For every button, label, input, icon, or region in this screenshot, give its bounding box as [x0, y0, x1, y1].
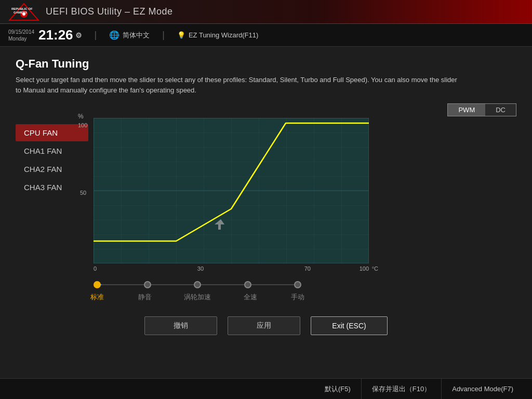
label-turbo: 涡轮加速	[179, 292, 216, 302]
pwm-dc-toggle: PWM DC	[447, 103, 516, 116]
language-selector[interactable]: 🌐 简体中文	[109, 30, 150, 40]
save-exit-button[interactable]: 保存并退出（F10）	[361, 379, 441, 399]
action-buttons: 撤销 应用 Exit (ESC)	[16, 316, 516, 335]
fan-list: CPU FAN CHA1 FAN CHA2 FAN CHA3 FAN	[16, 124, 88, 272]
exit-button[interactable]: Exit (ESC)	[311, 316, 387, 335]
main-content: Q-Fan Tuning Select your target fan and …	[0, 47, 532, 378]
fan-item-cpu[interactable]: CPU FAN	[16, 124, 88, 141]
header-title: UEFI BIOS Utility – EZ Mode	[46, 6, 173, 17]
slider-dot-manual[interactable]	[294, 281, 301, 288]
svg-text:REPUBLIC OF: REPUBLIC OF	[11, 7, 33, 10]
x-axis: 0 30 70 100 °C	[94, 265, 369, 272]
dc-button[interactable]: DC	[485, 104, 516, 116]
x-0-label: 0	[94, 265, 97, 272]
svg-text:GAMERS: GAMERS	[14, 11, 27, 14]
wizard-icon: 💡	[177, 31, 185, 39]
default-button[interactable]: 默认(F5)	[314, 379, 361, 399]
fan-item-cha2[interactable]: CHA2 FAN	[16, 161, 88, 178]
profile-slider-section: 标准 静音 涡轮加速 全速 手动	[16, 281, 516, 302]
date-display: 09/15/2014 Monday	[8, 29, 34, 42]
y-100-label: 100	[78, 122, 87, 128]
y-50-label: 50	[80, 190, 86, 196]
section-description: Select your target fan and then move the…	[16, 75, 462, 95]
label-silent: 静音	[132, 292, 158, 302]
chart-container: PWM DC % 100 50	[94, 103, 516, 272]
label-full: 全速	[237, 292, 263, 302]
cancel-button[interactable]: 撤销	[144, 316, 217, 335]
fan-item-cha3[interactable]: CHA3 FAN	[16, 179, 88, 196]
x-70-label: 70	[304, 265, 311, 272]
pwm-button[interactable]: PWM	[448, 104, 485, 116]
clock-display: 21:26 ⚙	[38, 27, 82, 43]
x-100-label: 100	[360, 265, 369, 272]
fan-item-cha1[interactable]: CHA1 FAN	[16, 142, 88, 159]
section-title: Q-Fan Tuning	[16, 57, 516, 71]
slider-labels: 标准 静音 涡轮加速 全速 手动	[94, 292, 301, 302]
slider-track-container: 标准 静音 涡轮加速 全速 手动	[94, 281, 301, 302]
slider-dot-silent[interactable]	[144, 281, 151, 288]
header: REPUBLIC OF GAMERS UEFI BIOS Utility – E…	[0, 0, 532, 24]
y-axis-label: %	[78, 113, 84, 120]
apply-button[interactable]: 应用	[228, 316, 300, 335]
fan-chart	[94, 118, 369, 263]
advanced-mode-button[interactable]: Advanced Mode(F7)	[441, 379, 524, 399]
label-standard: 标准	[84, 292, 110, 302]
ez-wizard[interactable]: 💡 EZ Tuning Wizard(F11)	[177, 31, 258, 39]
topbar: 09/15/2014 Monday 21:26 ⚙ | 🌐 简体中文 | 💡 E…	[0, 24, 532, 47]
slider-dot-turbo[interactable]	[194, 281, 201, 288]
settings-icon[interactable]: ⚙	[75, 31, 82, 39]
globe-icon: 🌐	[109, 30, 119, 40]
label-manual: 手动	[285, 292, 311, 302]
x-unit-label: °C	[372, 265, 378, 272]
rog-logo: REPUBLIC OF GAMERS	[8, 3, 39, 21]
x-30-label: 30	[197, 265, 204, 272]
bottom-bar: 默认(F5) 保存并退出（F10） Advanced Mode(F7)	[0, 378, 532, 399]
slider-dot-full[interactable]	[244, 281, 251, 288]
slider-dot-standard[interactable]	[94, 281, 101, 288]
content-area: CPU FAN CHA1 FAN CHA2 FAN CHA3 FAN PWM D…	[16, 103, 516, 272]
